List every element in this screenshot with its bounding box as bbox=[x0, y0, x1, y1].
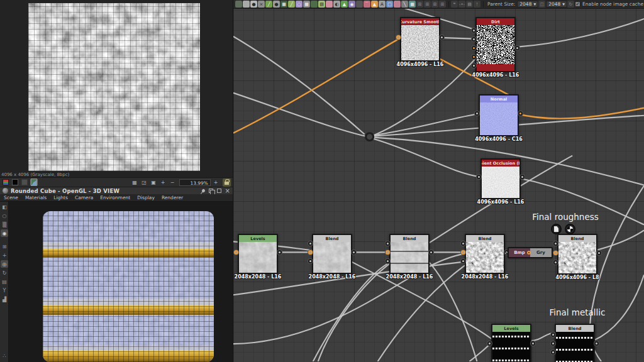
menu-camera[interactable]: Camera bbox=[75, 195, 93, 200]
atomic-node-button-15[interactable]: ▲ bbox=[341, 1, 348, 8]
input-connector[interactable] bbox=[396, 35, 401, 40]
atomic-node-button-12[interactable]: ▨ bbox=[318, 1, 325, 8]
refresh-icon[interactable]: ↻ bbox=[567, 1, 574, 8]
atomic-node-button-10[interactable]: ▦ bbox=[303, 1, 310, 8]
output-checker-badge[interactable] bbox=[565, 224, 575, 234]
input-connector[interactable] bbox=[308, 250, 313, 255]
input-connector[interactable] bbox=[553, 241, 558, 246]
fit-frame-icon[interactable]: ▣ bbox=[150, 178, 157, 186]
output-connector[interactable] bbox=[352, 250, 356, 255]
input-connector[interactable] bbox=[504, 252, 507, 255]
atomic-node-button-9[interactable]: ○ bbox=[296, 1, 303, 8]
atomic-node-button-7[interactable]: ▦ bbox=[280, 1, 287, 8]
atomic-node-button-20[interactable]: A bbox=[379, 1, 386, 8]
atomic-node-button-19[interactable]: ▲ bbox=[371, 1, 378, 8]
output-usage-badge[interactable] bbox=[551, 224, 562, 234]
layers-icon[interactable]: ▤ bbox=[1, 278, 8, 285]
node-dirt[interactable]: Dirt 4096x4096 - L16 bbox=[475, 17, 516, 72]
zoom-level-input[interactable]: 13.99% bbox=[179, 179, 211, 186]
menu-environment[interactable]: Environment bbox=[100, 195, 130, 200]
pin-icon[interactable] bbox=[201, 189, 206, 193]
input-connector[interactable] bbox=[551, 341, 555, 346]
node-curvature-smooth[interactable]: Curvature Smooth 4096x4096 - L16 bbox=[400, 17, 440, 62]
stats-icon[interactable]: ▟ bbox=[1, 295, 8, 303]
atomic-node-button-16[interactable]: ◉ bbox=[348, 1, 355, 8]
lock-button[interactable] bbox=[223, 178, 231, 187]
menu-materials[interactable]: Materials bbox=[25, 195, 47, 200]
input-connector[interactable] bbox=[472, 46, 476, 50]
material-mode-icon[interactable]: ◉ bbox=[1, 229, 8, 237]
size-link-icon[interactable]: ◫ bbox=[538, 1, 545, 8]
float-window-icon[interactable] bbox=[209, 189, 213, 193]
dot-node[interactable] bbox=[366, 133, 374, 141]
zoom-in-button[interactable]: + bbox=[212, 178, 219, 186]
sphere-mesh-icon[interactable]: ◎ bbox=[1, 260, 8, 268]
converter-connector[interactable] bbox=[527, 251, 531, 255]
atomic-node-button-23[interactable]: ╲ bbox=[401, 1, 408, 8]
atomic-node-button-8[interactable]: ╱ bbox=[288, 1, 295, 8]
tiling-icon[interactable] bbox=[21, 178, 28, 186]
output-connector[interactable] bbox=[440, 35, 444, 40]
close-icon[interactable]: × bbox=[225, 189, 230, 193]
node-blend-3[interactable]: Blend 2048x2048 - L16 bbox=[465, 234, 505, 274]
input-connector[interactable] bbox=[308, 241, 313, 246]
atomic-node-button-11[interactable] bbox=[311, 1, 318, 8]
frame-node-button-4[interactable]: ⊞ bbox=[439, 1, 446, 8]
comment-icon[interactable]: ❝ bbox=[451, 1, 458, 8]
zoom-out-button[interactable]: − bbox=[169, 178, 176, 186]
transform-icon[interactable]: ◲ bbox=[140, 178, 148, 186]
background-color-swatch[interactable] bbox=[11, 178, 19, 186]
input-connector[interactable] bbox=[553, 260, 558, 265]
output-connector[interactable] bbox=[429, 250, 433, 255]
input-connector[interactable] bbox=[472, 55, 476, 59]
input-connector[interactable] bbox=[553, 251, 558, 255]
node-metallic-blend[interactable]: Blend bbox=[555, 324, 595, 362]
node-blend-2[interactable]: Blend 2048x2048 - L16 bbox=[389, 234, 430, 274]
pan-icon[interactable]: + bbox=[159, 178, 167, 186]
atomic-node-button-13[interactable] bbox=[326, 1, 333, 8]
atomic-node-button-6[interactable]: ● bbox=[273, 1, 280, 8]
input-connector[interactable] bbox=[234, 250, 238, 255]
node-blend-1[interactable]: Blend 2048x2048 - L16 bbox=[312, 234, 352, 274]
input-connector[interactable] bbox=[386, 241, 390, 246]
atomic-node-button-17[interactable] bbox=[356, 1, 363, 8]
node-bitmap-to-grayscale-converter[interactable]: Bmp Gry bbox=[508, 247, 553, 258]
orbit-icon[interactable]: ↻ bbox=[1, 269, 8, 277]
node-roughness-blend[interactable]: Blend 4096x4096 - L8 bbox=[557, 234, 597, 275]
node-normal[interactable]: Normal 4096x4096 - C16 bbox=[479, 94, 519, 136]
atomic-node-button-21[interactable]: □ bbox=[386, 1, 393, 8]
node-ambient-occlusion[interactable]: Ambient Occlusion (HB… 4096x4096 - L16 bbox=[480, 158, 521, 199]
light-icon[interactable]: ○ bbox=[1, 212, 8, 219]
node-metallic-levels[interactable]: Levels bbox=[491, 324, 531, 362]
input-connector[interactable] bbox=[308, 259, 313, 263]
parent-size-dropdown[interactable]: 2048 ▾ bbox=[517, 1, 538, 8]
frame-node-button-1[interactable]: ⊞ bbox=[416, 1, 423, 8]
input-connector[interactable] bbox=[461, 250, 465, 255]
input-connector[interactable] bbox=[475, 111, 479, 116]
grid-icon[interactable]: ▦ bbox=[131, 178, 138, 186]
input-connector[interactable] bbox=[551, 350, 555, 354]
node-size-dropdown[interactable]: 2048 ▾ bbox=[546, 1, 567, 8]
input-connector[interactable] bbox=[487, 341, 492, 346]
shading-icon[interactable]: ▒ bbox=[1, 221, 8, 228]
input-connector[interactable] bbox=[472, 63, 476, 68]
frame-node-button-3[interactable]: ⊞ bbox=[431, 1, 438, 8]
split-icon[interactable]: Y bbox=[1, 287, 8, 294]
output-connector[interactable] bbox=[597, 251, 601, 255]
card-icon[interactable]: ▤ bbox=[466, 1, 473, 8]
atomic-node-button-18[interactable]: ⌒ bbox=[364, 1, 370, 8]
input-connector[interactable] bbox=[472, 28, 476, 33]
input-connector[interactable] bbox=[461, 241, 465, 246]
output-connector[interactable] bbox=[515, 46, 519, 50]
input-connector[interactable] bbox=[477, 175, 481, 179]
menu-renderer[interactable]: Renderer bbox=[162, 195, 183, 200]
atomic-node-button-14[interactable]: ◐ bbox=[333, 1, 340, 8]
graph-node-icon[interactable]: ∴ bbox=[1, 352, 8, 359]
output-connector[interactable] bbox=[594, 341, 599, 346]
output-connector[interactable] bbox=[531, 341, 535, 346]
menu-lights[interactable]: Lights bbox=[53, 195, 68, 200]
input-connector[interactable] bbox=[386, 250, 390, 255]
link-icon[interactable]: -•- bbox=[458, 1, 465, 8]
atomic-node-button-2[interactable] bbox=[243, 1, 250, 8]
atomic-node-button-5[interactable]: ╱ bbox=[265, 1, 272, 8]
